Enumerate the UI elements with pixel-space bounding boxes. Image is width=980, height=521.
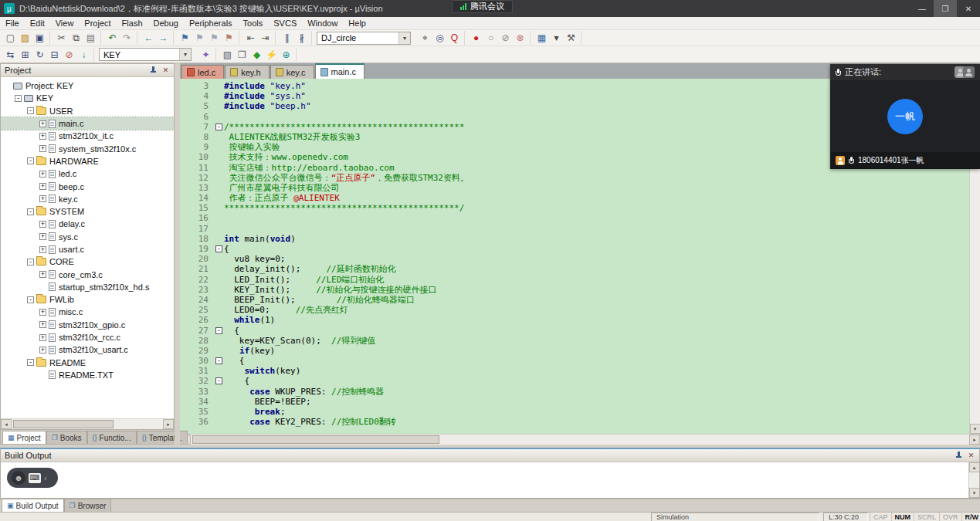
tree-expander[interactable]: + [39,221,46,228]
scroll-up-icon[interactable]: ▴ [969,462,980,472]
layout-caret-icon[interactable]: ▾ [549,32,564,45]
fold-marker[interactable] [215,163,224,173]
pin-icon[interactable] [955,452,962,459]
disable-all-breakpoints-icon[interactable]: ⊘ [498,32,513,45]
fold-marker[interactable] [215,295,224,305]
target-options-icon[interactable]: ✦ [198,48,213,61]
menu-item[interactable]: Peripherals [184,18,238,29]
search-icon[interactable]: Q [447,32,462,45]
tree-expander[interactable]: + [39,334,46,341]
build-output-content[interactable] [1,462,968,498]
navigate-back-icon[interactable]: ← [141,32,156,45]
fold-marker[interactable] [215,152,224,162]
menu-item[interactable]: Help [343,18,371,29]
cut-icon[interactable]: ✂ [54,32,69,45]
tree-item[interactable]: README.TXT [1,369,174,381]
previous-bookmark-icon[interactable]: ⚑ [192,32,207,45]
fold-marker[interactable] [215,275,224,285]
menu-item[interactable]: SVCS [268,18,302,29]
chevron-down-icon[interactable]: ▾ [179,49,191,60]
scrollbar-thumb[interactable] [13,420,114,428]
fold-marker[interactable] [215,101,224,111]
fold-marker[interactable] [215,285,224,295]
meeting-pill[interactable]: 腾讯会议 [452,0,513,13]
editor-tab[interactable]: led.c [181,65,224,79]
fold-marker[interactable] [215,142,224,152]
close-icon[interactable]: ✕ [967,452,975,459]
fold-marker[interactable]: - [215,357,222,364]
tree-item[interactable]: + led.c [1,167,174,180]
download-icon[interactable]: ↓ [76,48,91,61]
tree-expander[interactable]: + [39,195,46,202]
tree-item[interactable]: + usart.c [1,243,174,255]
keyboard-icon[interactable]: ⌨ [29,473,41,483]
tree-expander[interactable]: - [15,95,22,102]
comment-selection-icon[interactable]: ∥ [280,32,294,45]
manage-project-items-icon[interactable]: ▧ [220,48,235,61]
tree-expander[interactable]: + [39,171,46,178]
next-bookmark-icon[interactable]: ⚑ [207,32,222,45]
tree-item[interactable]: - HARDWARE [1,155,174,167]
tree-item[interactable]: + key.c [1,193,174,205]
tree-expander[interactable]: - [27,208,34,215]
scroll-left-icon[interactable]: ◂ [1,419,12,429]
scroll-right-icon[interactable]: ▸ [969,435,980,445]
tree-item[interactable]: - SYSTEM [1,205,174,218]
fold-marker[interactable] [215,254,224,264]
uncomment-selection-icon[interactable]: ∦ [294,32,309,45]
fold-marker[interactable] [215,203,224,213]
tree-item[interactable]: + stm32f10x_gpio.c [1,319,174,331]
fold-marker[interactable] [215,112,224,122]
scroll-down-icon[interactable]: ▾ [970,424,980,434]
output-tab[interactable]: ▣ Build Output [2,499,64,512]
panel-splitter[interactable] [175,63,180,445]
insert-breakpoint-icon[interactable]: ● [469,32,483,45]
fold-marker[interactable] [215,91,224,101]
fold-marker[interactable] [215,387,224,397]
enable-breakpoint-icon[interactable]: ○ [483,32,498,45]
tree-item[interactable]: + stm32f10x_rcc.c [1,331,174,343]
tree-item[interactable]: + delay.c [1,218,174,230]
editor-tab[interactable]: key.h [225,65,269,79]
editor-hscrollbar[interactable]: ◂ ▸ [180,434,980,445]
close-icon[interactable]: ✕ [161,66,170,74]
fold-marker[interactable]: - [215,327,222,334]
chevron-down-icon[interactable]: ▾ [398,32,410,44]
tree-expander[interactable]: + [39,347,46,354]
new-file-icon[interactable]: ▢ [3,32,18,45]
tree-item[interactable]: - README [1,357,174,369]
tree-expander[interactable]: + [39,133,46,140]
minimize-button[interactable]: — [910,0,934,17]
save-icon[interactable]: ▣ [32,32,47,45]
scroll-down-icon[interactable]: ▾ [969,488,980,498]
fold-marker[interactable]: - [215,123,222,130]
indent-icon[interactable]: ⇥ [258,32,273,45]
maximize-button[interactable]: ❐ [934,0,957,17]
fold-marker[interactable] [215,193,224,203]
toggle-bookmark-icon[interactable]: ⚑ [178,32,192,45]
pack-installer-icon[interactable]: ⊕ [279,48,293,61]
find-icon[interactable]: ◎ [432,32,447,45]
tree-item[interactable]: + sys.c [1,231,174,243]
tree-item[interactable]: + misc.c [1,306,174,318]
fold-marker[interactable]: - [215,245,222,252]
tree-expander[interactable]: - [27,107,34,114]
paste-icon[interactable]: ▤ [83,32,98,45]
fold-marker[interactable] [215,336,224,346]
emoji-icon[interactable]: ☻ [12,471,25,485]
editor-tab[interactable]: key.c [270,65,314,79]
panel-tab[interactable]: ▦ Project [2,431,46,444]
tree-item[interactable]: + core_cm3.c [1,268,174,280]
tree-expander[interactable]: + [39,321,46,328]
tree-expander[interactable]: + [39,246,46,253]
tree-item[interactable]: + main.c [1,117,174,130]
tree-item[interactable]: + stm32f10x_usart.c [1,343,174,356]
fold-marker[interactable] [215,132,224,142]
fold-marker[interactable] [215,183,224,193]
clear-bookmarks-icon[interactable]: ⚑ [222,32,236,45]
tree-expander[interactable]: + [39,233,46,240]
tree-item[interactable]: Project: KEY [1,80,174,92]
fold-marker[interactable] [215,397,224,407]
fold-marker[interactable]: - [215,377,222,384]
tree-item[interactable]: + beep.c [1,180,174,192]
